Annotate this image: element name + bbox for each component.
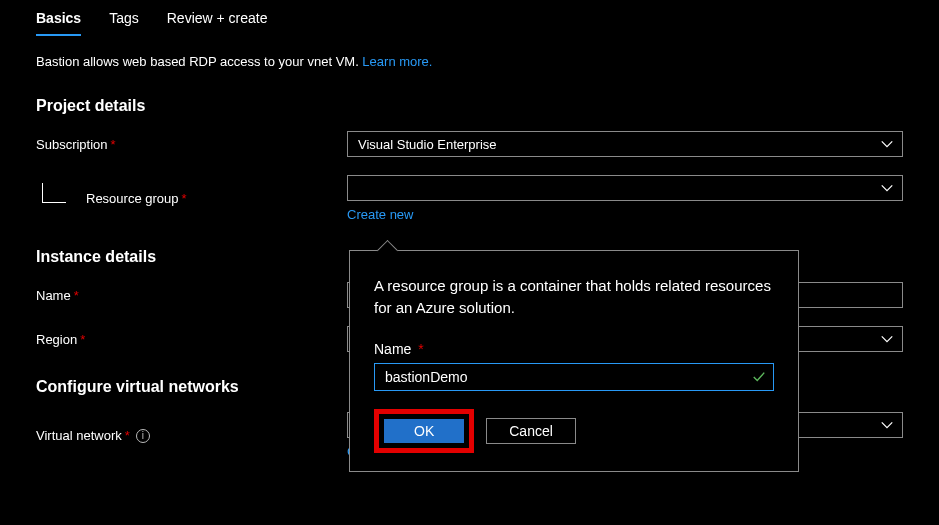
label-virtual-network: Virtual network (36, 428, 122, 443)
learn-more-link[interactable]: Learn more. (362, 54, 432, 69)
row-subscription: Subscription * Visual Studio Enterprise (36, 131, 903, 157)
resource-group-select[interactable] (347, 175, 903, 201)
label-resource-group: Resource group (86, 191, 179, 206)
tab-review-create[interactable]: Review + create (167, 10, 268, 36)
chevron-down-icon (880, 181, 894, 198)
required-marker: * (125, 428, 130, 443)
label-region: Region (36, 332, 77, 347)
ok-highlight: OK (374, 409, 474, 453)
required-marker: * (182, 191, 187, 206)
info-icon[interactable]: i (136, 429, 150, 443)
tabs: Basics Tags Review + create (36, 10, 903, 36)
create-resource-group-popover: A resource group is a container that hol… (349, 250, 799, 472)
chevron-down-icon (880, 137, 894, 154)
subscription-value: Visual Studio Enterprise (358, 137, 497, 152)
check-icon (752, 370, 766, 387)
chevron-down-icon (880, 332, 894, 349)
resource-group-name-input[interactable] (374, 363, 774, 391)
popover-name-label: Name * (374, 341, 774, 357)
label-subscription: Subscription (36, 137, 108, 152)
intro-text: Bastion allows web based RDP access to y… (36, 54, 903, 69)
tab-basics[interactable]: Basics (36, 10, 81, 36)
cancel-button[interactable]: Cancel (486, 418, 576, 444)
subscription-select[interactable]: Visual Studio Enterprise (347, 131, 903, 157)
label-name: Name (36, 288, 71, 303)
ok-button[interactable]: OK (384, 419, 464, 443)
popover-description: A resource group is a container that hol… (374, 275, 774, 319)
required-marker: * (80, 332, 85, 347)
chevron-down-icon (880, 418, 894, 435)
indent-line (42, 183, 66, 203)
tab-tags[interactable]: Tags (109, 10, 139, 36)
required-marker: * (418, 341, 423, 357)
section-project-details: Project details (36, 97, 903, 115)
popover-name-label-text: Name (374, 341, 411, 357)
required-marker: * (111, 137, 116, 152)
row-resource-group: Resource group * Create new (36, 175, 903, 222)
create-new-resource-group-link[interactable]: Create new (347, 207, 413, 222)
intro-text-span: Bastion allows web based RDP access to y… (36, 54, 362, 69)
required-marker: * (74, 288, 79, 303)
popover-buttons: OK Cancel (374, 409, 774, 453)
